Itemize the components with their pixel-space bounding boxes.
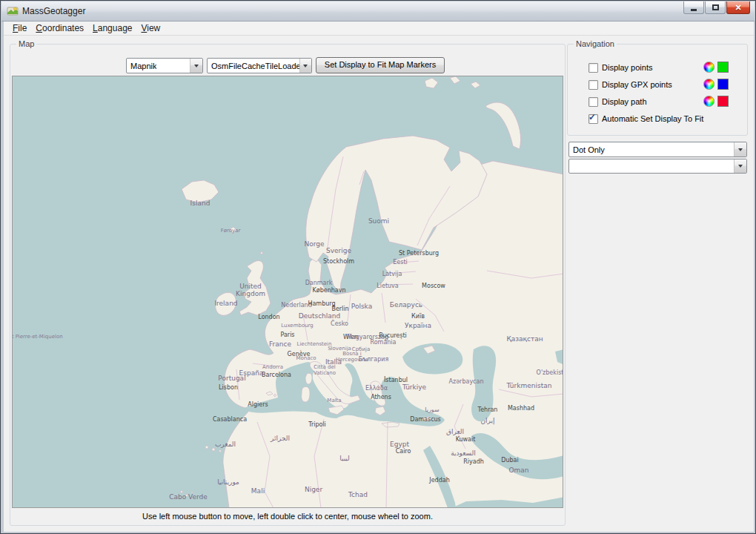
gpx-color-swatch[interactable] [717,79,729,90]
display-path-checkbox[interactable]: ✓ [588,97,598,107]
map-label: Monaco [296,356,316,362]
map-label: Casablanca [213,417,247,423]
chevron-down-icon [738,148,743,151]
map-label: Türkiye [402,384,426,392]
map-label: Moscow [422,283,445,290]
tile-source-dropdown[interactable]: Mapnik [126,58,203,73]
secondary-dropdown-arrow[interactable] [734,159,746,173]
map-label: United Kingdom [233,283,268,298]
map-label: România [371,340,397,346]
marker-style-dropdown-arrow[interactable] [734,142,746,156]
map-label: إيران [480,418,494,425]
navigation-group-label: Navigation [574,39,617,48]
minimize-button[interactable] [683,1,704,14]
points-color-swatch[interactable] [717,62,729,73]
map-label: France [269,341,291,349]
map-label: Luxembourg [281,323,314,329]
map-label: Київ [411,314,425,320]
color-wheel-icon[interactable] [703,62,714,73]
chevron-down-icon [738,165,743,168]
map-label: Қазақстан [506,336,543,343]
map-label: Беларусь [390,302,422,309]
map-label: Україна [405,323,431,330]
path-color-swatch[interactable] [717,96,729,107]
map-label: Polska [351,303,372,311]
check-icon: ✓ [588,112,596,122]
map-label: Paris [280,332,294,339]
map-label: St Petersburg [399,251,439,257]
map-label: Bosna i Hercegovina [331,352,373,363]
map-group-label: Map [16,39,36,48]
auto-fit-checkbox[interactable]: ✓ [588,114,598,124]
map-label: Island [190,200,210,208]
map-label: Dubai [501,458,518,464]
map-label: Cabo Verde [169,494,208,501]
map-label: Athens [371,395,391,401]
map-label: Ireland [214,300,237,308]
map-label: ليبيا [339,455,350,463]
map-groupbox: Map Mapnik OsmFileCacheTileLoader Set Di… [10,44,566,526]
map-label: Nederland [281,303,311,309]
map-label: Norge [304,241,324,248]
map-label: İstanbul [384,378,408,384]
maximize-icon [712,4,719,10]
map-label: Suomi [368,218,389,225]
map-label: Slovenija [328,346,351,352]
map-label: Ελλάδα [365,386,388,392]
map-label: O'zbekiston [537,370,563,377]
map-label: Mashhad [508,406,534,412]
map-label: Liechtenstein [296,342,331,348]
map-label: Lisbon [219,385,238,392]
tile-loader-dropdown[interactable]: OsmFileCacheTileLoader [207,58,312,73]
close-icon: ✕ [735,3,741,13]
map-label: Andorra [262,365,283,371]
menu-view[interactable]: View [136,22,165,35]
map-label: Türkmenistan [507,383,552,390]
map-label: București [379,333,407,340]
menu-language[interactable]: Language [88,22,136,35]
map-label: Italia [325,359,342,366]
map-label: Danmark [305,280,333,287]
display-path-row: ✓ Display path [568,96,747,109]
close-button[interactable]: ✕ [726,1,750,14]
display-gpx-points-checkbox[interactable]: ✓ [588,80,598,90]
secondary-dropdown[interactable] [568,159,747,174]
map-label: الجزائر [271,435,290,443]
map-label: Portugal [218,375,245,383]
map-label: int Pierre-et-Miquelon [13,334,63,340]
minimize-icon [691,9,697,11]
map-label: Niger [305,487,322,494]
map-viewport[interactable]: IslandFøroyarNorgeSverigeSuomiSt Petersb… [12,76,563,508]
tile-loader-dropdown-arrow[interactable] [299,59,311,73]
map-label: Oman [508,467,528,475]
map-label: Tchad [348,492,368,499]
display-points-row: ✓ Display points [568,62,747,75]
map-label: España [239,370,264,378]
map-label: Magyarország [347,334,388,341]
map-label: Eesti [393,260,408,266]
menu-coordinates[interactable]: Coordinates [31,22,88,35]
map-label: Barcelona [262,372,291,379]
chevron-down-icon [194,65,199,67]
marker-style-dropdown[interactable]: Dot Only [568,142,747,157]
marker-style-value: Dot Only [573,145,605,154]
display-points-label: Display points [602,63,652,72]
fit-map-markers-button[interactable]: Set Display to Fit Map Markers [316,57,445,73]
window-title: MassGeotagger [22,6,85,16]
display-points-checkbox[interactable]: ✓ [588,63,598,73]
color-wheel-icon[interactable] [703,79,714,90]
map-label: Tripoli [308,422,326,429]
maximize-button[interactable] [705,1,726,14]
tile-source-dropdown-arrow[interactable] [190,59,202,73]
map-label: Lietuva [377,283,398,290]
map-label: London [258,314,279,321]
title-bar[interactable]: MassGeotagger ✕ [1,1,755,22]
map-label: Sverige [326,248,351,255]
map-label: Berlin [331,306,348,313]
menu-file[interactable]: File [8,22,31,35]
map-label: Stockholm [323,259,354,266]
map-label: Wien [343,334,358,341]
map-label: Algiers [248,402,268,409]
map-label: Česko [331,321,348,328]
color-wheel-icon[interactable] [703,96,714,107]
